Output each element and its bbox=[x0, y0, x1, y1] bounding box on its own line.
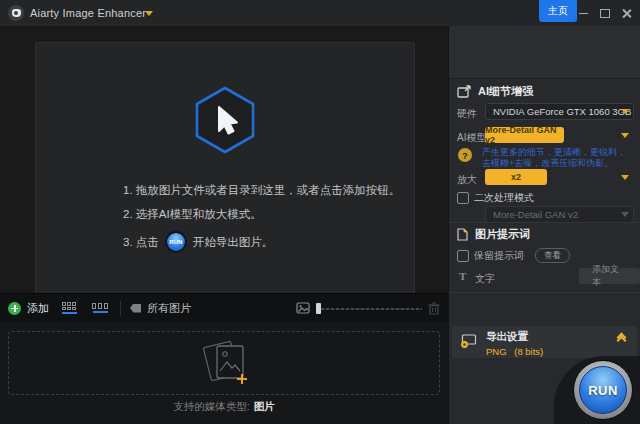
toolbar-divider bbox=[120, 301, 121, 316]
tab-all-images[interactable]: 所有图片 bbox=[130, 301, 191, 316]
slider-track bbox=[316, 308, 422, 310]
text-label: 文字 bbox=[475, 272, 495, 286]
secondary-model-value: More-Detail GAN v2 bbox=[493, 209, 578, 220]
secondary-mode-label: 二次处理模式 bbox=[474, 191, 534, 205]
section-divider bbox=[449, 222, 640, 223]
text-style-icon: T bbox=[459, 270, 466, 282]
step-2: 2. 选择AI模型和放大模式。 bbox=[123, 207, 400, 222]
collapsed-top-panel bbox=[449, 26, 640, 79]
instruction-steps: 1. 拖放图片文件或者目录到这里，或者点击添加按钮。 2. 选择AI模型和放大模… bbox=[123, 183, 400, 253]
image-size-icon bbox=[296, 302, 310, 314]
aiarty-window: Aiarty Image Enhancer 主页 1. 拖放图片文件或者目录到这… bbox=[0, 0, 640, 424]
supported-media-value: 图片 bbox=[254, 400, 275, 412]
minimize-button[interactable] bbox=[572, 0, 594, 26]
export-format-value: PNG bbox=[486, 346, 507, 357]
hexagon-cursor-icon bbox=[193, 85, 257, 159]
run-badge-icon: RUN bbox=[165, 231, 187, 253]
hardware-dropdown[interactable]: NVIDIA GeForce GTX 1060 3GB bbox=[485, 103, 634, 120]
app-title: Aiarty Image Enhancer bbox=[30, 0, 146, 26]
view-prompt-button[interactable]: 查看 bbox=[535, 248, 570, 263]
model-hint-line2: 去模糊+去噪，改善压缩和伪影。 bbox=[482, 158, 626, 169]
all-images-label: 所有图片 bbox=[147, 301, 191, 316]
list-view-icon bbox=[92, 303, 109, 309]
add-text-button[interactable]: 添加文本 bbox=[579, 268, 640, 284]
main-area: 1. 拖放图片文件或者目录到这里，或者点击添加按钮。 2. 选择AI模型和放大模… bbox=[0, 26, 448, 424]
export-format: PNG (8 bits) bbox=[486, 346, 543, 357]
run-button-label: RUN bbox=[579, 366, 627, 414]
ai-model-chevron-down-icon[interactable] bbox=[621, 133, 629, 138]
tag-icon bbox=[130, 304, 141, 313]
grid-view-icon bbox=[62, 302, 76, 310]
title-dropdown-chevron-icon[interactable] bbox=[145, 11, 153, 16]
toolbar: 添加 所有图片 bbox=[0, 293, 448, 322]
window-controls bbox=[572, 0, 638, 26]
close-button[interactable] bbox=[616, 0, 638, 26]
add-images-placeholder-icon bbox=[193, 338, 255, 388]
section-ai-enhance-header: AI细节增强 bbox=[457, 84, 533, 99]
ai-model-selected-value[interactable]: More-Detail GAN v2 bbox=[485, 127, 564, 143]
enhance-icon bbox=[457, 85, 471, 98]
model-hint-text: 产生更多的细节，更清晰，更锐利， 去模糊+去噪，改善压缩和伪影。 bbox=[482, 147, 626, 169]
hardware-chevron-down-icon bbox=[621, 109, 629, 114]
step-1: 1. 拖放图片文件或者目录到这里，或者点击添加按钮。 bbox=[123, 183, 400, 198]
thumbnail-size-slider[interactable] bbox=[316, 303, 422, 314]
supported-media-line: 支持的媒体类型:图片 bbox=[0, 400, 448, 414]
add-button-label: 添加 bbox=[27, 301, 49, 316]
model-hint-line1: 产生更多的细节，更清晰，更锐利， bbox=[482, 147, 626, 158]
prompt-document-icon bbox=[457, 228, 468, 241]
ai-enhance-title: AI细节增强 bbox=[478, 84, 533, 99]
maximize-button[interactable] bbox=[594, 0, 616, 26]
dropzone-dashed-border bbox=[8, 331, 440, 395]
keep-prompt-checkbox[interactable] bbox=[457, 250, 469, 262]
list-view-button[interactable] bbox=[89, 299, 111, 317]
scale-selected-value[interactable]: x2 bbox=[485, 169, 547, 185]
app-logo-icon bbox=[8, 5, 24, 21]
collapse-double-chevron-up-icon[interactable] bbox=[618, 334, 625, 344]
close-icon bbox=[622, 8, 632, 18]
thumbnail-size-group bbox=[296, 302, 440, 315]
ai-model-label: AI模型 bbox=[457, 131, 486, 145]
trash-icon[interactable] bbox=[428, 302, 440, 315]
section-prompt-header: 图片提示词 bbox=[457, 227, 530, 242]
export-settings-panel[interactable]: 导出设置 PNG (8 bits) bbox=[452, 326, 637, 358]
minimize-icon bbox=[579, 13, 588, 14]
step-3: 3. 点击 RUN 开始导出图片。 bbox=[123, 231, 400, 253]
step-3-suffix: 开始导出图片。 bbox=[193, 235, 274, 250]
hardware-value: NVIDIA GeForce GTX 1060 3GB bbox=[493, 106, 631, 117]
scale-chevron-down-icon[interactable] bbox=[621, 175, 629, 180]
maximize-icon bbox=[600, 9, 610, 18]
keep-prompt-label: 保留提示词 bbox=[474, 249, 524, 263]
secondary-model-chevron-down-icon bbox=[621, 212, 629, 217]
section-divider-2 bbox=[449, 292, 640, 293]
run-button[interactable]: RUN bbox=[573, 360, 633, 420]
export-settings-icon bbox=[460, 334, 477, 349]
secondary-mode-checkbox[interactable] bbox=[457, 192, 469, 204]
supported-media-label: 支持的媒体类型: bbox=[173, 400, 249, 412]
help-icon[interactable]: ? bbox=[458, 148, 472, 162]
slider-thumb[interactable] bbox=[316, 303, 321, 314]
prompt-title: 图片提示词 bbox=[475, 227, 530, 242]
hardware-label: 硬件 bbox=[457, 107, 477, 121]
add-plus-icon bbox=[8, 302, 21, 315]
secondary-model-dropdown-disabled: More-Detail GAN v2 bbox=[485, 206, 634, 223]
grid-view-button[interactable] bbox=[58, 299, 80, 317]
settings-sidebar: AI细节增强 硬件 NVIDIA GeForce GTX 1060 3GB AI… bbox=[448, 26, 640, 424]
titlebar: Aiarty Image Enhancer 主页 bbox=[0, 0, 640, 27]
step-3-prefix: 3. 点击 bbox=[123, 235, 159, 250]
export-title: 导出设置 bbox=[486, 330, 543, 344]
image-dropzone[interactable]: 1. 拖放图片文件或者目录到这里，或者点击添加按钮。 2. 选择AI模型和放大模… bbox=[35, 42, 415, 294]
export-bits-value: (8 bits) bbox=[514, 346, 543, 357]
scale-label: 放大 bbox=[457, 173, 477, 187]
add-button[interactable]: 添加 bbox=[8, 301, 49, 316]
thumbnail-strip-dropzone[interactable]: 支持的媒体类型:图片 bbox=[0, 322, 448, 424]
